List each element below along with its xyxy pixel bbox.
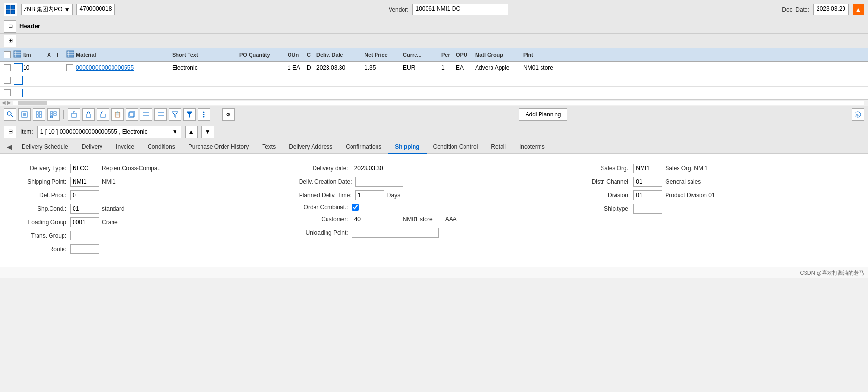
tab-shipping[interactable]: Shipping [388, 140, 426, 154]
loading-group-row: Loading Group Crane [17, 217, 288, 227]
search-icon [7, 111, 13, 118]
collapse-btn[interactable]: ⊟ [4, 20, 16, 33]
filter-btn[interactable] [169, 108, 181, 121]
tab-po-history[interactable]: Purchase Order History [182, 140, 255, 154]
row-select-box[interactable] [14, 63, 23, 72]
table-header: Itm A I Material Short Text PO Quantity … [0, 48, 868, 62]
sales-org-input[interactable] [633, 164, 662, 173]
form-col-3: Sales Org.: Sales Org. NMI1 Distr. Chann… [575, 162, 856, 260]
trans-group-input[interactable] [70, 231, 99, 240]
tab-conditions[interactable]: Conditions [141, 140, 182, 154]
vendor-input[interactable]: 100061 NMI1 DC [412, 4, 508, 15]
delivery-date-input[interactable] [352, 164, 400, 173]
row-mat-check[interactable] [66, 64, 73, 71]
customer-input[interactable] [352, 215, 400, 224]
table-settings-icon[interactable] [13, 50, 21, 58]
expand-btn[interactable]: ⊞ [4, 35, 16, 47]
unlock-btn[interactable] [97, 108, 109, 121]
h-scrollbar[interactable]: ◀ ▶ [0, 99, 868, 106]
item-value: 1 [ 10 ] 000000000000000555 , Electronic [40, 128, 148, 135]
item-dropdown[interactable]: 1 [ 10 ] 000000000000000555 , Electronic… [37, 126, 181, 138]
row-material[interactable]: 000000000000000555 [76, 64, 172, 71]
unloading-point-label: Unloading Point: [299, 229, 352, 236]
col-c-header: C [307, 52, 316, 58]
shipping-content: Delivery Type: Replen.Cross-Compa.. Ship… [0, 154, 868, 267]
distr-channel-input[interactable] [633, 177, 662, 187]
loading-group-input[interactable] [70, 217, 99, 227]
svg-rect-19 [39, 112, 42, 114]
top-bar: ZNB 集团内PO ▼ 4700000018 Vendor: 100061 NM… [0, 0, 868, 19]
grid-btn[interactable] [33, 108, 45, 121]
align-left-btn[interactable] [140, 108, 152, 121]
tab-condition-control[interactable]: Condition Control [427, 140, 485, 154]
shipping-point-row: Shipping Point: NMI1 [17, 177, 288, 187]
next-item-btn[interactable]: ▼ [201, 126, 214, 138]
delivery-type-label: Delivery Type: [17, 165, 70, 172]
filter2-btn[interactable] [183, 108, 196, 121]
search-btn[interactable] [4, 108, 16, 121]
customer-text2: AAA [442, 216, 457, 223]
addl-planning-btn[interactable]: Addl Planning [519, 108, 567, 121]
delete-btn[interactable] [68, 108, 80, 121]
svg-rect-20 [36, 115, 38, 117]
tab-incoterms[interactable]: Incoterms [513, 140, 552, 154]
deliv-creation-date-row: Deliv. Creation Date: [299, 177, 569, 187]
delivery-type-text: Replen.Cross-Compa.. [99, 165, 161, 172]
svg-text:$: $ [856, 113, 859, 117]
align-right-btn[interactable] [154, 108, 167, 121]
currency-btn[interactable]: $ [852, 108, 864, 121]
unloading-point-input[interactable] [352, 228, 439, 238]
item-section: ⊟ Item: 1 [ 10 ] 000000000000000555 , El… [0, 123, 868, 140]
row-checkbox[interactable] [4, 64, 11, 71]
paste-btn[interactable] [126, 108, 138, 121]
col-matlgroup-header: Matl Group [475, 52, 523, 58]
tab-retail[interactable]: Retail [484, 140, 513, 154]
loading-group-text: Crane [99, 219, 118, 226]
row-select-box[interactable] [14, 89, 23, 97]
more-btn[interactable] [198, 108, 210, 121]
deliv-creation-date-input[interactable] [355, 177, 403, 187]
alert-button[interactable]: ▲ [853, 4, 864, 15]
table-row[interactable]: 10 000000000000000555 Electronic 1 EA D … [0, 62, 868, 74]
doc-date-input[interactable]: 2023.03.29 [813, 4, 849, 15]
copy-btn[interactable]: 📋 [111, 108, 124, 121]
tab-delivery-schedule[interactable]: Delivery Schedule [15, 140, 75, 154]
tab-invoice[interactable]: Invoice [109, 140, 141, 154]
deliv-creation-date-label: Deliv. Creation Date: [299, 178, 356, 185]
tab-delivery[interactable]: Delivery [75, 140, 109, 154]
toolbar: 📋 ⚙ [0, 106, 868, 123]
tab-texts[interactable]: Texts [255, 140, 282, 154]
table-row[interactable] [0, 74, 868, 87]
shp-cond-input[interactable] [70, 204, 99, 214]
tab-delivery-address[interactable]: Delivery Address [282, 140, 339, 154]
division-input[interactable] [633, 190, 662, 200]
ship-type-input[interactable] [633, 204, 662, 214]
del-prior-input[interactable] [70, 190, 99, 200]
grid-icon [36, 111, 42, 118]
item-label: Item: [20, 128, 33, 135]
calc-btn[interactable]: ⚙ [222, 108, 235, 121]
prev-item-btn[interactable]: ▲ [185, 126, 198, 138]
detail-btn[interactable] [18, 108, 31, 121]
row-checkbox[interactable] [4, 89, 11, 96]
doc-type-dropdown[interactable]: ZNB 集团内PO ▼ [21, 4, 73, 15]
watermark: CSDN @喜欢打酱油的老马 [0, 267, 868, 278]
lock-btn[interactable] [82, 108, 95, 121]
col-a-header: A [47, 52, 57, 58]
order-combinat-checkbox[interactable] [352, 204, 359, 211]
planned-deliv-time-input[interactable] [355, 190, 384, 200]
delivery-type-input[interactable] [70, 164, 99, 173]
table-row[interactable] [0, 87, 868, 99]
row-select-box[interactable] [14, 76, 23, 85]
doc-number-input[interactable]: 4700000018 [76, 4, 115, 15]
order-combinat-row: Order Combinat.: [299, 204, 569, 211]
select-all-checkbox[interactable] [4, 51, 11, 58]
item-expand-btn[interactable]: ⊟ [4, 126, 16, 138]
route-input[interactable] [70, 244, 99, 254]
tabs-scroll-left[interactable]: ◀ [4, 140, 15, 153]
tab-confirmations[interactable]: Confirmations [339, 140, 388, 154]
tabs-bar: ◀ Delivery Schedule Delivery Invoice Con… [0, 140, 868, 154]
row-checkbox[interactable] [4, 77, 11, 84]
shipping-point-input[interactable] [70, 177, 99, 187]
hierarchy-btn[interactable] [47, 108, 60, 121]
